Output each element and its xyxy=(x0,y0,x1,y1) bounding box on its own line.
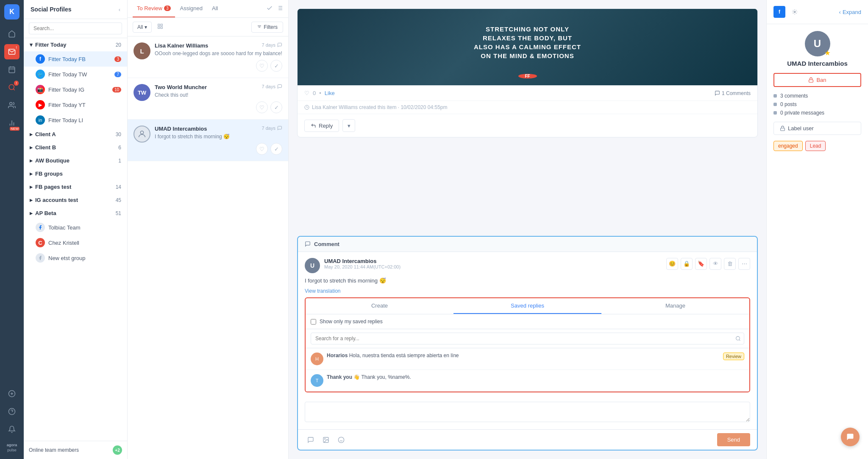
photo-toolbar-btn[interactable] xyxy=(320,434,332,446)
saved-reply-item-2[interactable]: T Thank you 👋 Thank you, %name%. xyxy=(306,370,749,392)
app-logo[interactable]: K xyxy=(4,4,19,20)
saved-reply-content-1: Horarios Hola, nuestra tienda está siemp… xyxy=(327,353,718,358)
stat-dot-1 xyxy=(773,94,777,98)
nav-notifications[interactable] xyxy=(4,422,19,437)
inbox-item-name-3: UMAD Intercambios xyxy=(155,126,207,132)
filter-select-all[interactable]: All ▾ xyxy=(133,22,152,33)
tab-all[interactable]: All xyxy=(208,0,222,17)
post-like-button[interactable]: Like xyxy=(325,90,335,96)
tag-engaged[interactable]: engaged xyxy=(773,141,803,151)
sidebar-group-header-aw-boutique[interactable]: AW Boutique 1 xyxy=(24,154,127,167)
saved-reply-label-1: Review xyxy=(723,353,744,360)
more-action-btn[interactable]: ⋯ xyxy=(738,258,750,270)
sidebar-item-chez-kristell[interactable]: C Chez Kristell xyxy=(24,235,127,250)
sidebar-header: Social Profiles ‹ xyxy=(24,0,127,19)
inbox-item-actions-2: ♡ ✓ xyxy=(155,101,282,113)
sidebar-group-header-client-b[interactable]: Client B 6 xyxy=(24,141,127,154)
nav-home[interactable] xyxy=(4,26,19,42)
sidebar-group-header-fb-pages-test[interactable]: FB pages test 14 xyxy=(24,180,127,193)
saved-tab-manage[interactable]: Manage xyxy=(601,298,749,314)
sidebar-item-fitter-today-fb[interactable]: f Fitter Today FB 3 xyxy=(24,51,127,67)
svg-rect-23 xyxy=(158,27,160,28)
reply-dropdown[interactable]: ▾ xyxy=(342,119,355,132)
svg-line-31 xyxy=(739,340,740,341)
nav-listen[interactable]: ! xyxy=(4,80,19,95)
sidebar-item-tolbiac-team[interactable]: Tolbiac Team xyxy=(24,220,127,235)
eye-action-btn[interactable]: 👁 xyxy=(709,258,721,270)
comment-input[interactable] xyxy=(305,402,750,422)
saved-replies-popup: Create Saved replies Manage Show only my… xyxy=(305,297,750,392)
sidebar-group-header-fitter-today[interactable]: Fitter Today 20 xyxy=(24,38,127,51)
sidebar-title: Social Profiles xyxy=(31,6,71,13)
chat-bubble[interactable] xyxy=(841,428,860,446)
sidebar-item-fitter-today-li[interactable]: in Fitter Today LI xyxy=(24,112,127,128)
inbox-item-name-2: Two World Muncher xyxy=(155,84,207,90)
lock-action-btn[interactable]: 🔒 xyxy=(681,258,693,270)
emoji-toolbar-btn[interactable] xyxy=(335,434,347,446)
comment-translate[interactable]: View translation xyxy=(305,288,750,294)
nav-publish[interactable] xyxy=(4,62,19,77)
delete-action-btn[interactable]: 🗑 xyxy=(724,258,736,270)
chevron-right-icon xyxy=(30,131,33,137)
sidebar-search-container xyxy=(24,19,127,38)
chevron-right-icon xyxy=(30,184,33,190)
ig-icon: 📸 xyxy=(36,85,45,94)
reply-button[interactable]: Reply xyxy=(304,120,339,132)
sidebar-group-header-ap-beta[interactable]: AP Beta 51 xyxy=(24,207,127,220)
chez-kristell-avatar: C xyxy=(36,238,45,247)
sidebar-item-fitter-today-yt[interactable]: ▶ Fitter Today YT xyxy=(24,97,127,112)
right-panel: f ‹ Expand U ★ UMAD Intercambios Ban 3 c… xyxy=(766,0,868,459)
inbox-item-3[interactable]: UMAD Intercambios 7 days I forgot to str… xyxy=(128,120,288,161)
label-user-button[interactable]: Label user xyxy=(773,122,861,135)
saved-replies-search-input[interactable] xyxy=(311,333,744,344)
filters-button[interactable]: Filters xyxy=(251,22,283,33)
inbox-item-2[interactable]: TW Two World Muncher 7 days Check this o… xyxy=(128,78,288,120)
inbox-item-1[interactable]: L Lisa Kalner Williams 7 days OOooh one-… xyxy=(128,36,288,78)
group-name-fitter-today: Fitter Today xyxy=(35,42,66,48)
expand-button[interactable]: ‹ Expand xyxy=(839,9,861,15)
sidebar-item-badge-fb: 3 xyxy=(114,56,121,62)
sidebar-group-header-ig-accounts-test[interactable]: IG accounts test 45 xyxy=(24,193,127,207)
emoji-action-btn[interactable]: 😊 xyxy=(666,258,678,270)
saved-replies-toolbar-btn[interactable] xyxy=(305,434,317,446)
nav-inbox[interactable]: ! xyxy=(4,44,19,59)
check-all-icon[interactable] xyxy=(266,5,273,13)
tag-lead[interactable]: Lead xyxy=(805,141,826,151)
nav-help[interactable] xyxy=(4,404,19,419)
nav-analytics[interactable]: NEW xyxy=(4,115,19,131)
check-btn-1[interactable]: ✓ xyxy=(270,60,282,72)
tab-to-review-badge: 3 xyxy=(164,6,171,11)
bookmark-action-btn[interactable]: 🔖 xyxy=(695,258,707,270)
saved-reply-avatar-1: H xyxy=(311,353,323,365)
settings-icon[interactable] xyxy=(789,6,801,18)
search-icon xyxy=(735,336,741,341)
sidebar-search-input[interactable] xyxy=(29,22,122,34)
list-view-icon[interactable] xyxy=(276,5,283,13)
ban-button[interactable]: Ban xyxy=(773,73,861,87)
like-btn-1[interactable]: ♡ xyxy=(256,60,268,72)
saved-tab-saved-replies[interactable]: Saved replies xyxy=(453,298,601,314)
like-btn-2[interactable]: ♡ xyxy=(256,101,268,113)
user-avatar-star: ★ xyxy=(825,50,830,56)
facebook-icon[interactable]: f xyxy=(773,6,785,18)
svg-point-34 xyxy=(325,438,326,439)
tab-to-review[interactable]: To Review 3 xyxy=(133,0,175,17)
show-my-replies-checkbox[interactable] xyxy=(311,319,316,325)
sidebar-group-header-fb-groups[interactable]: FB groups xyxy=(24,167,127,180)
check-btn-2[interactable]: ✓ xyxy=(270,101,282,113)
sidebar-collapse-icon[interactable]: ‹ xyxy=(119,6,120,13)
tab-assigned[interactable]: Assigned xyxy=(176,0,207,17)
sidebar-group-header-client-a[interactable]: Client A 30 xyxy=(24,128,127,141)
sidebar-item-new-etst-group[interactable]: New etst group xyxy=(24,250,127,266)
saved-tab-create[interactable]: Create xyxy=(306,298,453,314)
grid-view-icon[interactable] xyxy=(155,21,165,33)
send-button[interactable]: Send xyxy=(717,433,750,446)
sidebar-item-fitter-today-ig[interactable]: 📸 Fitter Today IG 10 xyxy=(24,82,127,97)
nav-users[interactable] xyxy=(4,98,19,113)
nav-add[interactable] xyxy=(4,386,19,401)
sidebar-item-fitter-today-tw[interactable]: 🐦 Fitter Today TW 7 xyxy=(24,67,127,82)
like-btn-3[interactable]: ♡ xyxy=(256,143,268,155)
check-btn-3[interactable]: ✓ xyxy=(270,143,282,155)
saved-reply-item-1[interactable]: H Horarios Hola, nuestra tienda está sie… xyxy=(306,348,749,370)
inbox-avatar-3 xyxy=(134,126,150,143)
